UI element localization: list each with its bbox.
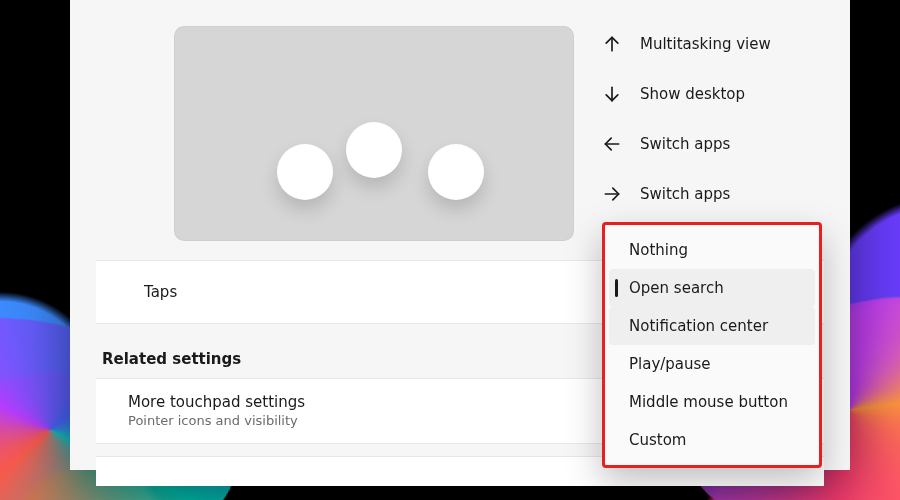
gesture-up-row[interactable]: Multitasking view: [602, 34, 822, 54]
arrow-up-icon: [602, 34, 622, 54]
gesture-down-label: Show desktop: [640, 85, 745, 103]
arrow-down-icon: [602, 84, 622, 104]
gesture-down-row[interactable]: Show desktop: [602, 84, 822, 104]
arrow-left-icon: [602, 134, 622, 154]
dropdown-option-nothing[interactable]: Nothing: [609, 231, 815, 269]
finger-dot-icon: [346, 122, 402, 178]
gesture-up-label: Multitasking view: [640, 35, 771, 53]
gesture-left-label: Switch apps: [640, 135, 730, 153]
gesture-mapping-list: Multitasking view Show desktop Switch ap…: [602, 34, 822, 204]
finger-dot-icon: [277, 144, 333, 200]
dropdown-option-custom[interactable]: Custom: [609, 421, 815, 459]
dropdown-option-open-search[interactable]: Open search: [609, 269, 815, 307]
arrow-right-icon: [602, 184, 622, 204]
dropdown-option-play-pause[interactable]: Play/pause: [609, 345, 815, 383]
gesture-preview-panel: [174, 26, 574, 241]
gesture-right-row[interactable]: Switch apps: [602, 184, 822, 204]
finger-dot-icon: [428, 144, 484, 200]
dropdown-option-middle-mouse-button[interactable]: Middle mouse button: [609, 383, 815, 421]
gesture-left-row[interactable]: Switch apps: [602, 134, 822, 154]
gesture-right-label: Switch apps: [640, 185, 730, 203]
dropdown-option-notification-center[interactable]: Notification center: [609, 307, 815, 345]
taps-label: Taps: [144, 283, 177, 301]
gesture-action-dropdown[interactable]: Nothing Open search Notification center …: [602, 222, 822, 468]
related-settings-heading: Related settings: [102, 350, 241, 368]
